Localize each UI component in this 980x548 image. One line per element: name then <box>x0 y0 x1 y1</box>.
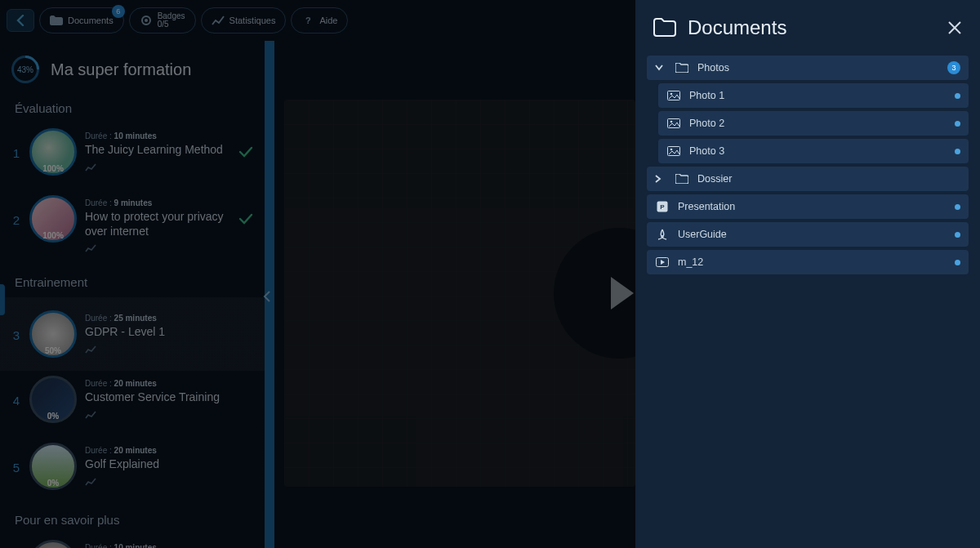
file-name: UserGuide <box>678 229 947 240</box>
file-row[interactable]: Photo 1 <box>658 83 969 108</box>
module-duration: Durée : 10 minutes <box>85 543 253 548</box>
powerpoint-icon: P <box>655 201 670 212</box>
module-index: 2 <box>11 213 21 227</box>
module-duration: Durée : 20 minutes <box>85 446 253 455</box>
file-name: Photo 2 <box>689 118 947 129</box>
folder-icon <box>50 14 63 27</box>
module-duration: Durée : 10 minutes <box>85 131 230 140</box>
documents-panel-header: Documents <box>635 0 980 52</box>
back-button[interactable] <box>7 9 34 32</box>
svg-point-7 <box>670 149 673 151</box>
module-title: Customer Service Training <box>85 390 253 405</box>
file-row[interactable]: P Presentation <box>647 194 969 219</box>
module-title: The Juicy Learning Method <box>85 143 230 158</box>
unread-dot-icon <box>955 232 960 238</box>
module-percent: 100% <box>29 164 77 173</box>
image-icon <box>666 145 681 157</box>
folder-count-badge: 3 <box>947 61 960 74</box>
module-row[interactable]: 6 0% Durée : 10 minutes VTS Editor Websi… <box>11 535 253 548</box>
file-name: Photo 3 <box>689 145 947 157</box>
file-row[interactable]: Photo 2 <box>658 111 969 136</box>
top-toolbar: Documents 6 Badges 0/5 Statistiques ? Ai… <box>0 0 635 41</box>
documents-list: Photos 3 Photo 1 Photo 2 <box>635 52 980 278</box>
video-player-frame <box>284 100 635 487</box>
module-percent: 0% <box>29 479 77 488</box>
module-duration: Durée : 25 minutes <box>85 314 253 323</box>
video-icon <box>655 256 670 268</box>
close-button[interactable] <box>947 20 962 35</box>
module-row-active[interactable]: 3 50% Durée : 25 minutes GDPR - Level 1 <box>0 297 265 371</box>
side-tab-nub[interactable] <box>0 284 5 315</box>
image-icon <box>666 90 681 101</box>
chevron-right-icon <box>655 175 666 183</box>
stats-icon[interactable] <box>85 345 253 354</box>
folder-row-photos[interactable]: Photos 3 <box>647 56 969 80</box>
section-more: Pour en savoir plus <box>15 513 253 527</box>
toolbar-help-label: Aide <box>319 16 337 25</box>
stats-icon[interactable] <box>85 163 230 172</box>
section-evaluation: Évaluation <box>15 101 253 115</box>
module-index: 3 <box>11 328 21 342</box>
folder-row-dossier[interactable]: Dossier <box>647 167 969 191</box>
stats-icon[interactable] <box>85 244 230 252</box>
folder-icon <box>675 173 689 185</box>
course-sidebar: 43% Ma super formation Évaluation 1 100%… <box>0 41 265 548</box>
toolbar-help[interactable]: ? Aide <box>291 7 348 33</box>
course-title: Ma super formation <box>51 60 191 79</box>
module-thumbnail <box>29 540 77 548</box>
section-training: Entrainement <box>15 275 253 289</box>
module-duration: Durée : 20 minutes <box>85 379 253 388</box>
course-progress-value: 43% <box>17 65 33 74</box>
module-row[interactable]: 1 100% Durée : 10 minutes The Juicy Lear… <box>11 123 253 190</box>
chevron-down-icon <box>655 65 666 71</box>
module-title: GDPR - Level 1 <box>85 325 253 340</box>
documents-count-badge: 6 <box>112 5 125 18</box>
toolbar-badges[interactable]: Badges 0/5 <box>129 7 196 33</box>
gear-icon <box>140 14 153 27</box>
folder-name: Photos <box>697 62 939 74</box>
module-percent: 0% <box>29 412 77 421</box>
course-progress-ring: 43% <box>11 56 39 83</box>
module-title: How to protect your privacy over interne… <box>85 210 230 238</box>
module-row[interactable]: 2 100% Durée : 9 minutes How to protect … <box>11 190 253 267</box>
module-duration: Durée : 9 minutes <box>85 198 230 207</box>
module-title: Golf Explained <box>85 457 253 472</box>
folder-icon <box>675 62 689 74</box>
module-index: 5 <box>11 461 21 474</box>
svg-text:P: P <box>660 203 665 211</box>
module-row[interactable]: 5 0% Durée : 20 minutes Golf Explained <box>11 438 253 505</box>
unread-dot-icon <box>955 260 960 265</box>
main-content <box>274 41 635 548</box>
play-icon <box>611 277 634 310</box>
svg-point-3 <box>670 93 673 96</box>
unread-dot-icon <box>955 149 960 154</box>
unread-dot-icon <box>955 121 960 127</box>
toolbar-documents-label: Documents <box>68 16 114 25</box>
toolbar-stats-label: Statistiques <box>229 16 276 25</box>
file-row[interactable]: UserGuide <box>647 222 969 247</box>
file-row[interactable]: m_12 <box>647 250 969 274</box>
module-percent: 50% <box>29 346 77 355</box>
toolbar-stats[interactable]: Statistiques <box>201 7 287 33</box>
folder-name: Dossier <box>697 173 960 185</box>
module-index: 4 <box>11 394 21 408</box>
file-name: m_12 <box>678 256 947 268</box>
collapse-sidebar-button[interactable] <box>263 291 271 302</box>
image-icon <box>666 118 681 129</box>
module-index: 1 <box>11 146 21 160</box>
check-icon <box>238 146 253 158</box>
svg-point-1 <box>145 19 148 22</box>
toolbar-badges-value: 0/5 <box>158 20 185 29</box>
pdf-icon <box>655 229 670 240</box>
stats-icon[interactable] <box>85 478 253 486</box>
file-name: Photo 1 <box>689 90 947 101</box>
unread-dot-icon <box>955 204 960 210</box>
module-percent: 100% <box>29 231 77 240</box>
svg-point-5 <box>670 121 673 123</box>
module-row[interactable]: 4 0% Durée : 20 minutes Customer Service… <box>11 371 253 438</box>
file-row[interactable]: Photo 3 <box>658 139 969 163</box>
stats-icon[interactable] <box>85 411 253 419</box>
chevron-left-icon <box>16 15 25 26</box>
toolbar-documents[interactable]: Documents 6 <box>39 7 124 33</box>
folder-icon <box>653 18 676 38</box>
